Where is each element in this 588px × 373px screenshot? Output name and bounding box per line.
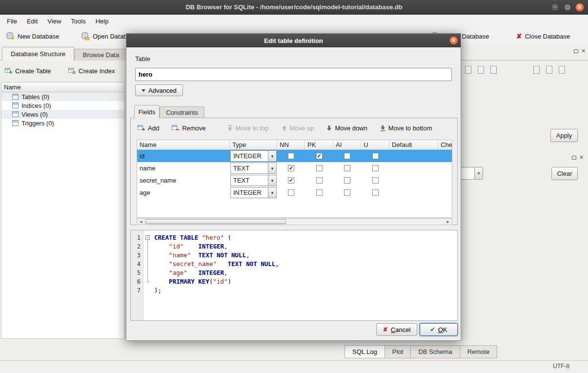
tab-database-structure[interactable]: Database Structure	[2, 47, 74, 61]
check-cell[interactable]	[438, 150, 452, 162]
nn-checkbox[interactable]	[288, 153, 294, 159]
tree-item-indices[interactable]: Indices (0)	[1, 101, 124, 110]
column-header-pk[interactable]: PK	[305, 140, 333, 150]
maximize-button[interactable]	[563, 3, 572, 12]
bottom-tab-db-schema[interactable]: DB Schema	[411, 345, 460, 358]
menu-help[interactable]: Help	[91, 15, 114, 27]
cancel-button[interactable]: ✘ Cancel	[376, 323, 417, 336]
ai-checkbox[interactable]	[344, 189, 350, 196]
field-name-cell[interactable]: id	[137, 150, 230, 162]
cell-editor-icon[interactable]	[544, 64, 554, 76]
float-dock-icon[interactable]	[572, 156, 576, 160]
field-type-combobox[interactable]: TEXT▾	[230, 175, 277, 186]
move-to-top-button[interactable]: Move to top	[227, 124, 269, 132]
add-field-button[interactable]: Add	[138, 124, 159, 132]
chevron-down-icon[interactable]: ▾	[268, 163, 276, 173]
create-table-button[interactable]: Create Table	[5, 64, 51, 77]
chevron-down-icon[interactable]: ▾	[268, 175, 276, 186]
default-cell[interactable]	[389, 162, 438, 174]
nn-checkbox[interactable]	[288, 189, 294, 196]
column-header-nn[interactable]: NN	[277, 140, 305, 150]
u-checkbox[interactable]	[372, 189, 379, 196]
close-dock-icon[interactable]: ✕	[579, 155, 584, 160]
chevron-down-icon[interactable]: ▾	[268, 187, 276, 198]
move-up-button[interactable]: Move up	[282, 124, 314, 132]
dialog-close-button[interactable]: ×	[449, 36, 458, 45]
field-row-secret-name[interactable]: secret_nameTEXT▾✓	[137, 174, 452, 186]
pk-checkbox[interactable]	[316, 165, 323, 171]
check-cell[interactable]	[438, 174, 452, 186]
tab-fields[interactable]: Fields	[134, 105, 160, 118]
field-row-id[interactable]: idINTEGER▾✓	[137, 150, 452, 162]
field-name-cell[interactable]: secret_name	[137, 174, 230, 186]
field-row-name[interactable]: nameTEXT▾✓	[137, 162, 452, 174]
check-cell[interactable]	[438, 186, 452, 199]
default-cell[interactable]	[389, 174, 438, 186]
dialog-titlebar[interactable]: Edit table definition ×	[126, 34, 461, 47]
chevron-down-icon[interactable]: ▾	[474, 167, 483, 179]
horizontal-scrollbar[interactable]: ◂ ▸	[137, 218, 452, 225]
table-name-input[interactable]	[135, 68, 452, 81]
cell-editor-icon[interactable]	[556, 64, 567, 76]
tab-browse-data[interactable]: Browse Data	[74, 49, 128, 61]
scroll-left-icon[interactable]: ◂	[137, 219, 145, 225]
close-database-button[interactable]: ✘ Close Database	[513, 29, 573, 43]
field-type-combobox[interactable]: INTEGER▾	[230, 150, 277, 162]
bottom-tab-sql-log[interactable]: SQL Log	[345, 345, 385, 358]
scrollbar-thumb[interactable]	[145, 219, 286, 224]
ok-button[interactable]: ✔ OK	[420, 323, 458, 336]
field-type-combobox[interactable]: INTEGER▾	[230, 187, 277, 198]
close-dock-icon[interactable]: ✕	[581, 48, 586, 54]
close-button[interactable]: ×	[575, 3, 584, 12]
column-header-check[interactable]: Check	[438, 140, 452, 150]
tree-item-triggers[interactable]: Triggers (0)	[1, 119, 124, 127]
column-header-type[interactable]: Type	[230, 140, 277, 150]
check-cell[interactable]	[438, 162, 452, 174]
chevron-down-icon[interactable]: ▾	[268, 151, 276, 161]
nn-checkbox[interactable]: ✓	[288, 177, 294, 184]
cell-editor-icon[interactable]	[531, 64, 542, 76]
tree-column-header-name[interactable]: Name	[1, 83, 124, 92]
default-cell[interactable]	[389, 186, 438, 199]
field-name-cell[interactable]: name	[137, 162, 230, 174]
scroll-right-icon[interactable]: ▸	[444, 219, 452, 225]
minimize-button[interactable]: −	[551, 3, 560, 12]
create-index-button[interactable]: Create Index	[68, 64, 115, 77]
pk-checkbox[interactable]	[316, 189, 323, 196]
menu-view[interactable]: View	[42, 15, 66, 27]
u-checkbox[interactable]	[372, 177, 379, 184]
float-dock-icon[interactable]	[574, 49, 578, 53]
field-type-combobox[interactable]: TEXT▾	[230, 163, 277, 174]
column-header-default[interactable]: Default	[389, 140, 438, 150]
ai-checkbox[interactable]	[344, 153, 350, 159]
field-row-age[interactable]: ageINTEGER▾	[137, 186, 452, 199]
ai-checkbox[interactable]	[344, 177, 350, 184]
menu-edit[interactable]: Edit	[22, 15, 42, 27]
clear-button[interactable]: Clear	[551, 167, 578, 180]
u-checkbox[interactable]	[372, 153, 379, 159]
sql-preview-editor[interactable]: 1234567 − CREATE TABLE "hero" ( "id" INT…	[130, 230, 458, 321]
remove-field-button[interactable]: Remove	[172, 124, 205, 132]
menu-tools[interactable]: Tools	[66, 15, 90, 27]
bottom-tab-plot[interactable]: Plot	[385, 345, 411, 358]
ai-checkbox[interactable]	[344, 165, 350, 171]
tab-constraints[interactable]: Constraints	[160, 106, 204, 118]
cell-editor-icon[interactable]	[475, 64, 486, 76]
cell-editor-icon[interactable]	[488, 64, 499, 76]
nn-checkbox[interactable]: ✓	[288, 165, 294, 171]
default-cell[interactable]	[389, 150, 438, 162]
apply-button[interactable]: Apply	[550, 129, 578, 142]
pk-checkbox[interactable]: ✓	[316, 153, 323, 159]
pk-checkbox[interactable]	[316, 177, 323, 184]
column-header-u[interactable]: U	[361, 140, 389, 150]
u-checkbox[interactable]	[372, 165, 379, 171]
field-name-cell[interactable]: age	[137, 186, 230, 199]
column-header-name[interactable]: Name	[137, 140, 230, 150]
column-header-ai[interactable]: AI	[333, 140, 361, 150]
move-to-bottom-button[interactable]: Move to bottom	[380, 124, 432, 132]
cell-editor-icon[interactable]	[463, 64, 473, 76]
tree-item-tables[interactable]: Tables (0)	[1, 92, 124, 101]
move-down-button[interactable]: Move down	[326, 124, 367, 132]
menu-file[interactable]: File	[2, 15, 22, 27]
tree-item-views[interactable]: Views (0)	[1, 110, 124, 119]
